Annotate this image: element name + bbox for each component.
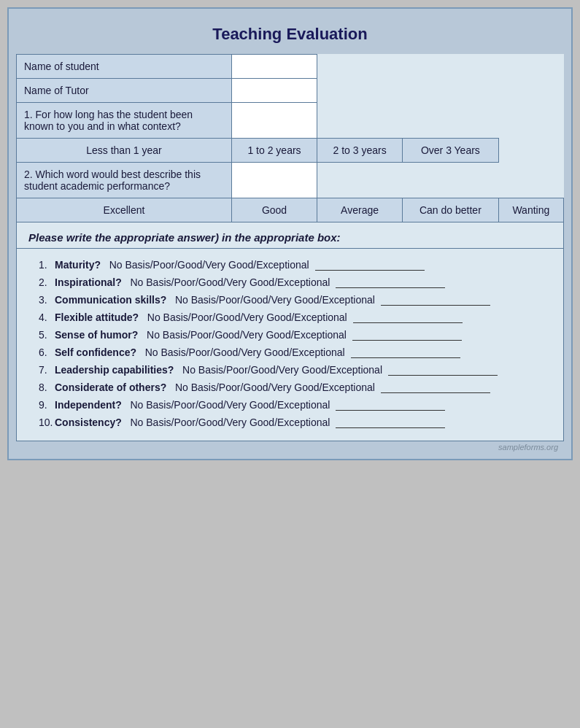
item-text: Considerate of others? No Basis/Poor/Goo… bbox=[55, 381, 552, 393]
item-text: Flexible attitude? No Basis/Poor/Good/Ve… bbox=[55, 311, 552, 323]
q2-opt5[interactable]: Wanting bbox=[498, 198, 563, 222]
tutor-value[interactable] bbox=[232, 79, 317, 103]
tutor-row: Name of Tutor bbox=[17, 79, 564, 103]
item-answer-line[interactable] bbox=[352, 328, 462, 341]
item-number: 9. bbox=[39, 399, 55, 411]
item-number: 8. bbox=[39, 382, 55, 393]
item-answer-line[interactable] bbox=[381, 293, 490, 306]
form-container: Teaching Evaluation Name of student Name… bbox=[7, 7, 573, 460]
item-number: 3. bbox=[39, 294, 55, 306]
q2-opt2[interactable]: Good bbox=[232, 198, 317, 222]
item-answer-line[interactable] bbox=[336, 416, 445, 428]
main-table: Name of student Name of Tutor 1. For how… bbox=[16, 54, 564, 222]
tutor-label: Name of Tutor bbox=[17, 79, 232, 103]
item-text: Maturity? No Basis/Poor/Good/Very Good/E… bbox=[55, 258, 552, 271]
item-text: Sense of humor? No Basis/Poor/Good/Very … bbox=[55, 328, 552, 341]
item-number: 10. bbox=[39, 417, 55, 428]
q1-opt3[interactable]: 2 to 3 years bbox=[317, 139, 403, 163]
list-item: 8.Considerate of others? No Basis/Poor/G… bbox=[39, 381, 552, 393]
list-item: 9.Independent? No Basis/Poor/Good/Very G… bbox=[39, 398, 552, 411]
list-item: 10.Consistency? No Basis/Poor/Good/Very … bbox=[39, 416, 552, 428]
q1-opt4[interactable]: Over 3 Years bbox=[403, 139, 499, 163]
question2-row: 2. Which word would best describe this s… bbox=[17, 163, 564, 198]
q2-opt4[interactable]: Can do better bbox=[403, 198, 499, 222]
item-text: Inspirational? No Basis/Poor/Good/Very G… bbox=[55, 276, 552, 288]
item-number: 6. bbox=[39, 346, 55, 358]
item-text: Communication skills? No Basis/Poor/Good… bbox=[55, 293, 552, 306]
question2-text: 2. Which word would best describe this s… bbox=[17, 163, 232, 198]
item-answer-line[interactable] bbox=[388, 363, 498, 376]
watermark: sampleforms.org bbox=[16, 441, 564, 452]
question2-answer[interactable] bbox=[232, 163, 317, 198]
item-text: Independent? No Basis/Poor/Good/Very Goo… bbox=[55, 398, 552, 411]
q2-opt1[interactable]: Excellent bbox=[17, 198, 232, 222]
item-text: Leadership capabilities? No Basis/Poor/G… bbox=[55, 363, 552, 376]
question1-answer[interactable] bbox=[232, 103, 317, 139]
item-answer-line[interactable] bbox=[336, 398, 445, 411]
item-number: 7. bbox=[39, 364, 55, 376]
item-number: 2. bbox=[39, 276, 55, 288]
form-title: Teaching Evaluation bbox=[16, 16, 564, 54]
item-answer-line[interactable] bbox=[315, 258, 425, 271]
list-item: 4.Flexible attitude? No Basis/Poor/Good/… bbox=[39, 311, 552, 323]
q1-opt2[interactable]: 1 to 2 years bbox=[232, 139, 317, 163]
question1-options-row: Less than 1 year 1 to 2 years 2 to 3 yea… bbox=[17, 139, 564, 163]
item-answer-line[interactable] bbox=[381, 381, 490, 393]
list-item: 1.Maturity? No Basis/Poor/Good/Very Good… bbox=[39, 258, 552, 271]
question1-text: 1. For how long has the student been kno… bbox=[17, 103, 232, 139]
list-item: 2.Inspirational? No Basis/Poor/Good/Very… bbox=[39, 276, 552, 288]
student-row: Name of student bbox=[17, 55, 564, 79]
item-number: 5. bbox=[39, 329, 55, 341]
q2-opt3[interactable]: Average bbox=[317, 198, 403, 222]
item-answer-line[interactable] bbox=[336, 276, 445, 288]
list-item: 7.Leadership capabilities? No Basis/Poor… bbox=[39, 363, 552, 376]
question2-options-row: Excellent Good Average Can do better Wan… bbox=[17, 198, 564, 222]
instructions-text: Please write the appropriate answer) in … bbox=[16, 222, 564, 249]
question1-row: 1. For how long has the student been kno… bbox=[17, 103, 564, 139]
list-item: 5.Sense of humor? No Basis/Poor/Good/Ver… bbox=[39, 328, 552, 341]
q1-opt1[interactable]: Less than 1 year bbox=[17, 139, 232, 163]
student-label: Name of student bbox=[17, 55, 232, 79]
item-text: Self confidence? No Basis/Poor/Good/Very… bbox=[55, 346, 552, 358]
item-answer-line[interactable] bbox=[351, 346, 460, 358]
student-value[interactable] bbox=[232, 55, 317, 79]
items-section: 1.Maturity? No Basis/Poor/Good/Very Good… bbox=[16, 249, 564, 441]
item-answer-line[interactable] bbox=[353, 311, 463, 323]
item-text: Consistency? No Basis/Poor/Good/Very Goo… bbox=[55, 416, 552, 428]
item-number: 1. bbox=[39, 259, 55, 271]
list-item: 6.Self confidence? No Basis/Poor/Good/Ve… bbox=[39, 346, 552, 358]
item-number: 4. bbox=[39, 311, 55, 323]
list-item: 3.Communication skills? No Basis/Poor/Go… bbox=[39, 293, 552, 306]
